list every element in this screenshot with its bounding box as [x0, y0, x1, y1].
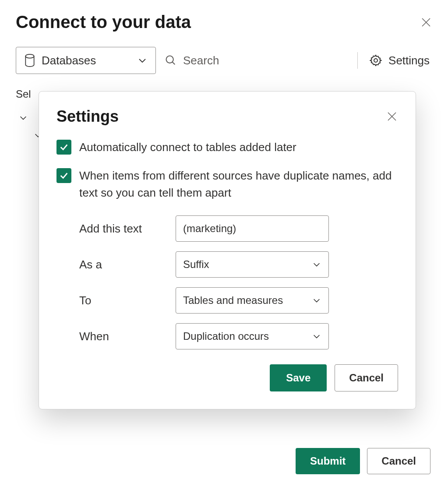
database-icon	[24, 54, 35, 67]
as-select-value: Suffix	[183, 258, 209, 271]
gear-icon	[369, 54, 382, 67]
add-text-input[interactable]	[176, 215, 329, 242]
modal-close-button[interactable]	[386, 110, 398, 123]
duplicate-names-row: When items from different sources have d…	[56, 167, 398, 201]
search-area[interactable]: Search	[165, 54, 349, 67]
toolbar: Databases Search Settings	[16, 47, 432, 74]
data-source-selected-label: Databases	[42, 54, 96, 67]
as-label: As a	[79, 258, 167, 271]
modal-title: Settings	[56, 107, 119, 126]
search-placeholder: Search	[183, 54, 219, 67]
when-select[interactable]: Duplication occurs	[176, 323, 329, 349]
modal-cancel-button[interactable]: Cancel	[335, 364, 398, 391]
svg-point-5	[374, 59, 377, 62]
to-select[interactable]: Tables and measures	[176, 287, 329, 314]
header-row: Connect to your data	[16, 12, 432, 32]
modal-footer: Save Cancel	[56, 364, 398, 391]
footer-buttons: Submit Cancel	[296, 448, 430, 474]
close-icon	[387, 111, 397, 122]
close-button[interactable]	[420, 16, 432, 28]
settings-modal: Settings Automatically connect to tables…	[39, 91, 416, 409]
duplicate-names-label: When items from different sources have d…	[79, 167, 398, 201]
add-text-label: Add this text	[79, 222, 167, 236]
svg-point-3	[166, 56, 173, 63]
close-icon	[421, 17, 431, 28]
settings-label: Settings	[388, 54, 430, 67]
auto-connect-checkbox[interactable]	[56, 140, 71, 155]
toolbar-divider	[357, 52, 358, 69]
data-source-select[interactable]: Databases	[16, 47, 156, 74]
svg-point-2	[25, 54, 34, 58]
check-icon	[59, 171, 69, 180]
chevron-down-icon	[18, 113, 28, 123]
connect-data-panel: Connect to your data Databases	[0, 0, 448, 490]
duplicate-names-checkbox[interactable]	[56, 168, 71, 183]
to-select-value: Tables and measures	[183, 294, 283, 307]
modal-header: Settings	[56, 107, 398, 126]
to-label: To	[79, 294, 167, 307]
save-button[interactable]: Save	[270, 364, 327, 391]
cancel-button[interactable]: Cancel	[367, 448, 430, 474]
when-select-value: Duplication occurs	[183, 330, 269, 342]
chevron-down-icon	[312, 296, 321, 305]
chevron-down-icon	[137, 55, 148, 66]
page-title: Connect to your data	[16, 12, 191, 32]
search-icon	[165, 54, 177, 67]
submit-button[interactable]: Submit	[296, 448, 360, 474]
svg-line-4	[173, 62, 175, 65]
auto-connect-row: Automatically connect to tables added la…	[56, 139, 398, 156]
when-label: When	[79, 330, 167, 343]
settings-form-grid: Add this text As a Suffix To Tables and …	[79, 215, 398, 349]
check-icon	[59, 142, 69, 152]
chevron-down-icon	[312, 331, 321, 341]
auto-connect-label: Automatically connect to tables added la…	[79, 139, 296, 156]
as-select[interactable]: Suffix	[176, 251, 329, 278]
chevron-down-icon	[312, 260, 321, 269]
settings-button[interactable]: Settings	[367, 54, 432, 67]
